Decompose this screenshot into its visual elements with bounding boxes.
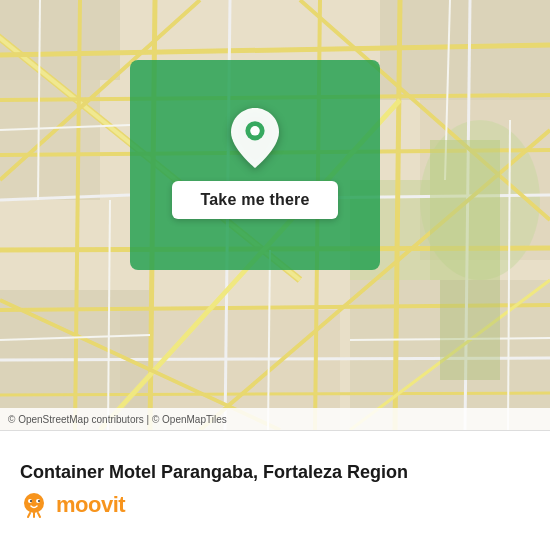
svg-rect-42 bbox=[440, 280, 500, 380]
attribution-text: © OpenStreetMap contributors | © OpenMap… bbox=[8, 414, 227, 425]
take-me-there-button[interactable]: Take me there bbox=[172, 181, 337, 219]
map-overlay: Take me there bbox=[130, 60, 380, 270]
svg-point-44 bbox=[250, 126, 260, 136]
svg-point-49 bbox=[38, 500, 40, 502]
svg-point-48 bbox=[30, 500, 32, 502]
svg-point-45 bbox=[24, 493, 44, 513]
moovit-brand-name: moovit bbox=[56, 492, 125, 518]
location-pin-icon bbox=[228, 111, 282, 165]
map-attribution: © OpenStreetMap contributors | © OpenMap… bbox=[0, 408, 550, 430]
svg-rect-1 bbox=[0, 0, 120, 80]
svg-line-20 bbox=[0, 393, 550, 395]
moovit-branding: moovit bbox=[20, 491, 530, 519]
svg-rect-41 bbox=[430, 140, 500, 280]
info-panel: Container Motel Parangaba, Fortaleza Reg… bbox=[0, 430, 550, 550]
moovit-icon bbox=[20, 491, 48, 519]
map-container: Take me there © OpenStreetMap contributo… bbox=[0, 0, 550, 430]
location-name: Container Motel Parangaba, Fortaleza Reg… bbox=[20, 462, 530, 483]
